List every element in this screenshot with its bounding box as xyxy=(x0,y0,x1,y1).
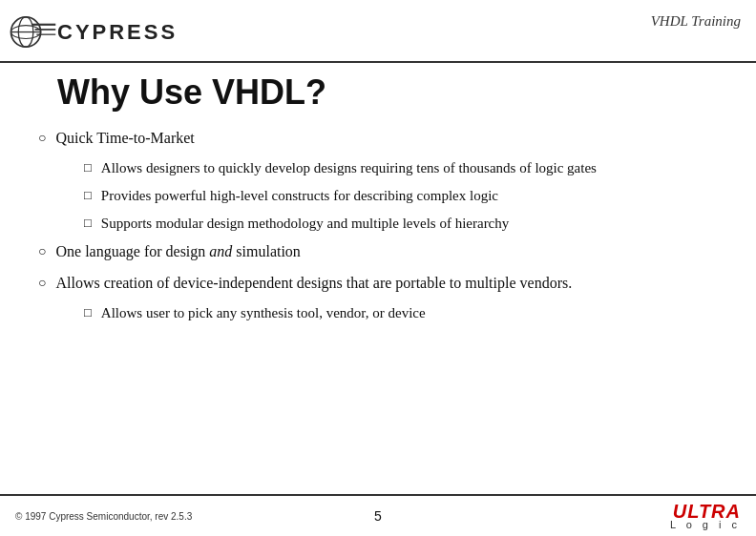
sub-bullet-1-1-text: Allows designers to quickly develop desi… xyxy=(101,158,597,178)
slide-content: Why Use VHDL? ○ Quick Time-to-Market □ A… xyxy=(0,63,756,323)
sub-bullet-3-1-text: Allows user to pick any synthesis tool, … xyxy=(101,303,426,323)
bullet-2-text-after: simulation xyxy=(232,243,301,259)
ultra-logo-sub-text: L o g i c xyxy=(670,519,741,530)
ultra-logo-text: ULTRA xyxy=(673,502,741,521)
square-bullet-marker-4: □ xyxy=(84,305,92,320)
slide-footer: © 1997 Cypress Semiconductor, rev 2.5.3 … xyxy=(0,494,756,536)
circle-bullet-marker-1: ○ xyxy=(38,131,46,146)
ultra-logic-logo: ULTRA L o g i c xyxy=(670,502,741,530)
bullet-device-independent-text: Allows creation of device-independent de… xyxy=(55,273,572,294)
sub-bullet-1-2: □ Provides powerful high-level construct… xyxy=(84,186,718,206)
square-bullet-marker-2: □ xyxy=(84,188,92,203)
cypress-logo-icon xyxy=(8,8,57,57)
sub-bullet-1-2-text: Provides powerful high-level constructs … xyxy=(101,186,498,206)
footer-copyright: © 1997 Cypress Semiconductor, rev 2.5.3 xyxy=(15,511,192,522)
sub-bullet-1-3-text: Supports modular design methodology and … xyxy=(101,214,509,234)
bullet-quick-time: ○ Quick Time-to-Market xyxy=(38,128,718,149)
slide-title: Why Use VHDL? xyxy=(57,72,718,113)
bullet-2-text-before: One language for design xyxy=(55,243,209,259)
bullet-device-independent: ○ Allows creation of device-independent … xyxy=(38,273,718,294)
footer-page-number: 5 xyxy=(374,508,382,524)
circle-bullet-marker-3: ○ xyxy=(38,276,46,291)
bullet-2-italic: and xyxy=(209,243,232,259)
sub-bullet-3-1: □ Allows user to pick any synthesis tool… xyxy=(84,303,718,323)
bullet-quick-time-text: Quick Time-to-Market xyxy=(55,128,194,149)
circle-bullet-marker-2: ○ xyxy=(38,244,46,259)
header-title: VHDL Training xyxy=(651,13,741,30)
bullet-one-language-text: One language for design and simulation xyxy=(55,241,300,262)
square-bullet-marker-1: □ xyxy=(84,160,92,175)
logo-text: CYPRESS xyxy=(57,20,178,45)
bullet-one-language: ○ One language for design and simulation xyxy=(38,241,718,262)
slide-header: CYPRESS VHDL Training xyxy=(0,0,756,63)
sub-bullet-1-3: □ Supports modular design methodology an… xyxy=(84,214,718,234)
square-bullet-marker-3: □ xyxy=(84,216,92,231)
cypress-logo: CYPRESS xyxy=(8,8,178,57)
sub-bullet-1-1: □ Allows designers to quickly develop de… xyxy=(84,158,718,178)
